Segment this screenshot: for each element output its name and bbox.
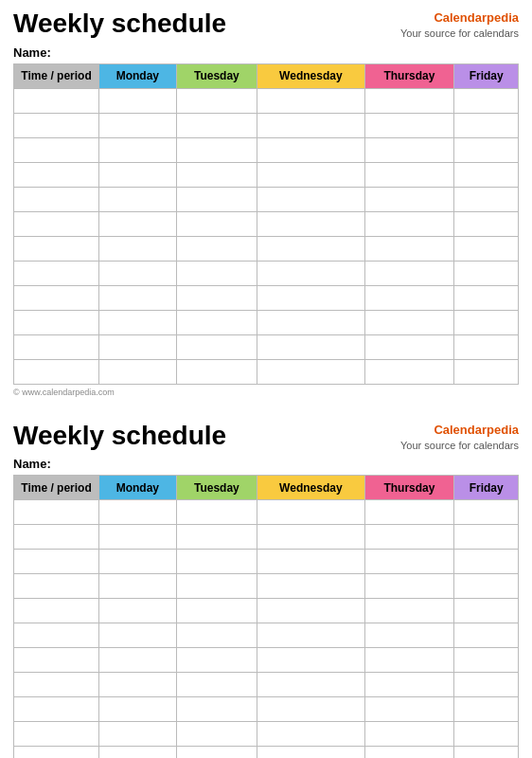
table-cell[interactable]: [99, 599, 177, 623]
table-cell[interactable]: [257, 623, 364, 648]
table-cell[interactable]: [454, 285, 519, 310]
table-cell[interactable]: [99, 211, 177, 236]
table-cell[interactable]: [364, 285, 454, 310]
table-cell[interactable]: [454, 747, 519, 758]
table-cell[interactable]: [257, 574, 364, 599]
table-cell[interactable]: [454, 697, 519, 722]
table-cell[interactable]: [257, 113, 364, 137]
table-cell[interactable]: [454, 525, 519, 550]
table-cell[interactable]: [257, 334, 364, 359]
table-cell[interactable]: [14, 697, 99, 722]
table-cell[interactable]: [99, 500, 177, 525]
table-cell[interactable]: [364, 697, 454, 722]
table-cell[interactable]: [14, 88, 99, 113]
table-cell[interactable]: [14, 137, 99, 162]
table-cell[interactable]: [176, 550, 257, 574]
table-cell[interactable]: [364, 334, 454, 359]
table-cell[interactable]: [364, 599, 454, 623]
table-cell[interactable]: [99, 162, 177, 187]
table-cell[interactable]: [176, 261, 257, 285]
table-cell[interactable]: [176, 211, 257, 236]
table-cell[interactable]: [364, 673, 454, 697]
table-cell[interactable]: [176, 113, 257, 137]
table-cell[interactable]: [454, 599, 519, 623]
table-cell[interactable]: [176, 310, 257, 334]
table-cell[interactable]: [14, 162, 99, 187]
table-cell[interactable]: [454, 574, 519, 599]
table-cell[interactable]: [257, 137, 364, 162]
table-cell[interactable]: [454, 359, 519, 384]
table-cell[interactable]: [14, 599, 99, 623]
table-cell[interactable]: [99, 697, 177, 722]
table-cell[interactable]: [99, 261, 177, 285]
table-cell[interactable]: [176, 525, 257, 550]
table-cell[interactable]: [99, 648, 177, 673]
table-cell[interactable]: [454, 137, 519, 162]
table-cell[interactable]: [14, 187, 99, 211]
table-cell[interactable]: [257, 162, 364, 187]
table-cell[interactable]: [454, 113, 519, 137]
table-cell[interactable]: [257, 187, 364, 211]
table-cell[interactable]: [257, 673, 364, 697]
table-cell[interactable]: [99, 187, 177, 211]
table-cell[interactable]: [257, 211, 364, 236]
table-cell[interactable]: [99, 747, 177, 758]
table-cell[interactable]: [99, 88, 177, 113]
table-cell[interactable]: [176, 285, 257, 310]
table-cell[interactable]: [257, 525, 364, 550]
table-cell[interactable]: [176, 162, 257, 187]
table-cell[interactable]: [14, 747, 99, 758]
table-cell[interactable]: [14, 285, 99, 310]
table-cell[interactable]: [99, 673, 177, 697]
table-cell[interactable]: [14, 211, 99, 236]
table-cell[interactable]: [99, 334, 177, 359]
table-cell[interactable]: [14, 500, 99, 525]
table-cell[interactable]: [364, 162, 454, 187]
table-cell[interactable]: [364, 310, 454, 334]
table-cell[interactable]: [99, 722, 177, 747]
table-cell[interactable]: [257, 261, 364, 285]
table-cell[interactable]: [454, 88, 519, 113]
table-cell[interactable]: [99, 359, 177, 384]
table-cell[interactable]: [99, 236, 177, 261]
table-cell[interactable]: [257, 648, 364, 673]
table-cell[interactable]: [454, 722, 519, 747]
table-cell[interactable]: [99, 285, 177, 310]
table-cell[interactable]: [99, 113, 177, 137]
table-cell[interactable]: [14, 310, 99, 334]
table-cell[interactable]: [364, 88, 454, 113]
table-cell[interactable]: [14, 574, 99, 599]
table-cell[interactable]: [14, 722, 99, 747]
table-cell[interactable]: [99, 137, 177, 162]
table-cell[interactable]: [14, 623, 99, 648]
table-cell[interactable]: [176, 673, 257, 697]
table-cell[interactable]: [176, 236, 257, 261]
table-cell[interactable]: [257, 310, 364, 334]
table-cell[interactable]: [14, 525, 99, 550]
table-cell[interactable]: [454, 211, 519, 236]
table-cell[interactable]: [176, 187, 257, 211]
table-cell[interactable]: [454, 623, 519, 648]
table-cell[interactable]: [257, 500, 364, 525]
table-cell[interactable]: [257, 88, 364, 113]
table-cell[interactable]: [99, 310, 177, 334]
table-cell[interactable]: [364, 137, 454, 162]
table-cell[interactable]: [14, 648, 99, 673]
table-cell[interactable]: [364, 187, 454, 211]
table-cell[interactable]: [257, 285, 364, 310]
table-cell[interactable]: [176, 574, 257, 599]
table-cell[interactable]: [99, 623, 177, 648]
table-cell[interactable]: [454, 500, 519, 525]
table-cell[interactable]: [454, 550, 519, 574]
table-cell[interactable]: [14, 236, 99, 261]
table-cell[interactable]: [99, 574, 177, 599]
table-cell[interactable]: [176, 88, 257, 113]
table-cell[interactable]: [14, 359, 99, 384]
table-cell[interactable]: [14, 334, 99, 359]
table-cell[interactable]: [364, 623, 454, 648]
table-cell[interactable]: [14, 550, 99, 574]
table-cell[interactable]: [176, 334, 257, 359]
table-cell[interactable]: [454, 261, 519, 285]
table-cell[interactable]: [176, 599, 257, 623]
table-cell[interactable]: [364, 359, 454, 384]
